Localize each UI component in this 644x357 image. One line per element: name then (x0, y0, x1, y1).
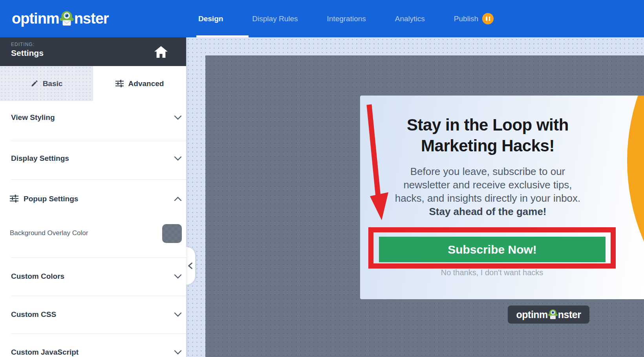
monster-icon (59, 10, 75, 26)
badge-text-right: nster (558, 309, 581, 320)
chevron-down-icon[interactable] (174, 156, 182, 161)
main-nav: Design Display Rules Integrations Analyt… (198, 0, 494, 37)
section-label: Popup Settings (24, 195, 78, 203)
chevron-down-icon[interactable] (174, 350, 182, 355)
tab-analytics[interactable]: Analytics (395, 15, 425, 23)
tab-integrations[interactable]: Integrations (327, 15, 366, 23)
tab-design[interactable]: Design (198, 15, 223, 23)
editing-target: Settings (11, 48, 44, 58)
chevron-down-icon[interactable] (174, 274, 182, 279)
pencil-icon (31, 80, 38, 87)
optinmonster-branding-badge[interactable]: optinm nster (508, 305, 589, 324)
editing-label: EDITING: (11, 42, 35, 47)
section-label: Custom CSS (11, 310, 56, 319)
chevron-down-icon[interactable] (174, 312, 182, 317)
settings-sidebar: EDITING: Settings Basic Advanced View St… (0, 37, 186, 357)
tab-display-rules[interactable]: Display Rules (252, 15, 298, 23)
tab-publish[interactable]: Publish (454, 13, 494, 24)
monster-icon (547, 309, 558, 320)
chevron-up-icon[interactable] (174, 197, 182, 201)
popup-heading: Stay in the Loop with Marketing Hacks! (374, 114, 602, 156)
chevron-down-icon[interactable] (174, 115, 182, 120)
pause-icon (482, 13, 494, 24)
accent-circle (627, 96, 644, 299)
divider (11, 179, 186, 180)
tab-advanced[interactable]: Advanced (93, 66, 186, 101)
optinmonster-logo[interactable]: optinm nster (12, 0, 109, 37)
popup-body-bold: Stay ahead of the game! (429, 206, 546, 217)
background-overlay-color-swatch[interactable] (162, 224, 182, 243)
tab-basic[interactable]: Basic (0, 66, 93, 101)
tab-basic-label: Basic (43, 79, 63, 88)
divider (11, 258, 186, 258)
subscribe-button[interactable]: Subscribe Now! (379, 237, 606, 262)
section-label: Custom Colors (11, 272, 64, 281)
sidebar-collapse-handle[interactable] (186, 247, 195, 285)
tab-publish-label: Publish (454, 15, 478, 23)
popup-body-regular: Before you leave, subscribe to our newsl… (395, 166, 581, 204)
tab-advanced-label: Advanced (128, 79, 164, 88)
popup-body-text: Before you leave, subscribe to our newsl… (390, 165, 586, 218)
sliders-icon (10, 195, 18, 202)
preview-canvas: Stay in the Loop with Marketing Hacks! B… (186, 37, 644, 357)
home-icon[interactable] (154, 46, 168, 58)
sidebar-header: EDITING: Settings (0, 37, 186, 66)
logo-text-left: optinm (12, 10, 59, 27)
section-label: Display Settings (11, 154, 69, 163)
section-label: View Styling (11, 113, 55, 122)
dismiss-link[interactable]: No thanks, I don't want hacks (368, 268, 616, 277)
divider (11, 333, 186, 334)
app-header: optinm nster Design Display Rules Integr… (0, 0, 644, 37)
section-label: Custom JavaScript (11, 348, 79, 357)
sliders-icon (115, 80, 124, 87)
divider (11, 296, 186, 296)
logo-text-right: nster (74, 10, 109, 27)
sidebar-tabs: Basic Advanced (0, 66, 186, 101)
popup-preview[interactable]: Stay in the Loop with Marketing Hacks! B… (360, 96, 644, 299)
divider (11, 141, 186, 141)
background-overlay-color-label: Background Overlay Color (10, 229, 88, 237)
chevron-left-icon (187, 262, 193, 269)
badge-text-left: optinm (516, 309, 548, 320)
